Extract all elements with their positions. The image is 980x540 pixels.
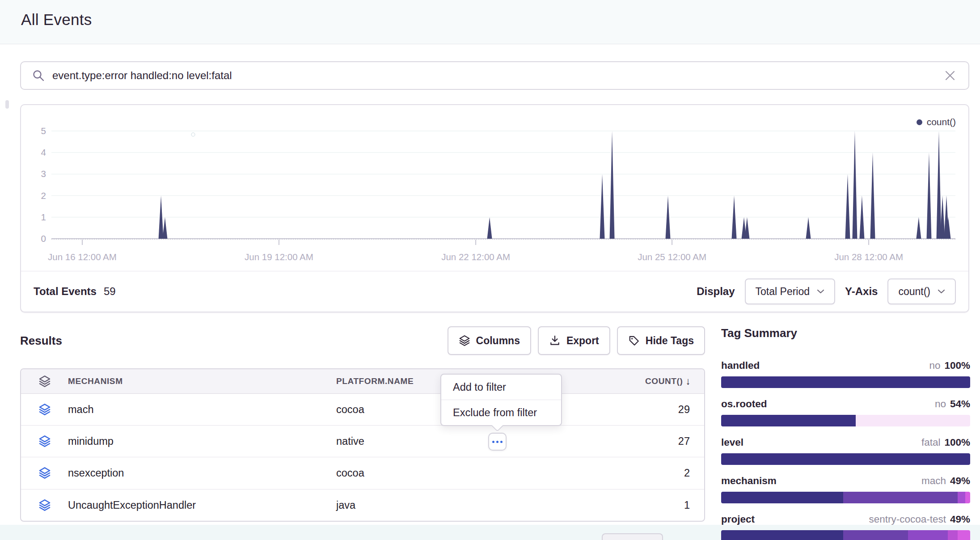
- columns-button[interactable]: Columns: [448, 326, 531, 355]
- table-row[interactable]: mach cocoa 29: [21, 394, 704, 426]
- tag-bar-segment[interactable]: [721, 376, 970, 388]
- cell-platform: java: [336, 499, 606, 511]
- table-row[interactable]: UncaughtExceptionHandler java 1: [21, 489, 704, 521]
- svg-text:Jun 19 12:00 AM: Jun 19 12:00 AM: [245, 252, 313, 262]
- tag-bar-segment[interactable]: [843, 492, 958, 503]
- tag-summary-panel: Tag Summary handled no 100% os.rooted no…: [721, 326, 970, 540]
- tag-name: mechanism: [721, 475, 777, 487]
- cell-platform: cocoa: [336, 467, 606, 479]
- total-events-label: Total Events: [34, 285, 97, 298]
- cell-actions-button[interactable]: [488, 433, 507, 451]
- tag-bar-segment[interactable]: [721, 530, 843, 540]
- cell-mechanism: minidump: [68, 435, 336, 447]
- table-row[interactable]: minidump native 27: [21, 426, 704, 457]
- total-events-value: 59: [104, 285, 116, 298]
- chevron-down-icon: [817, 289, 824, 294]
- display-dropdown[interactable]: Total Period: [745, 278, 835, 304]
- legend-swatch: [917, 119, 922, 125]
- tag-group-mechanism: mechanism mach 49%: [721, 475, 970, 503]
- hide-tags-button-label: Hide Tags: [646, 335, 694, 347]
- tag-name: project: [721, 514, 755, 525]
- row-layers-icon[interactable]: [21, 403, 68, 416]
- export-button[interactable]: Export: [538, 326, 610, 355]
- export-button-label: Export: [566, 335, 599, 347]
- tag-bar-segment[interactable]: [843, 530, 908, 540]
- chart-spike: [806, 217, 811, 239]
- tag-bar-segment[interactable]: [856, 415, 970, 426]
- svg-text:0: 0: [41, 233, 46, 244]
- columns-button-label: Columns: [476, 335, 520, 347]
- column-header-mechanism[interactable]: MECHANISM: [68, 376, 336, 386]
- chart-spike: [936, 131, 941, 239]
- tag-distribution-bar[interactable]: [721, 415, 970, 426]
- pagination-button-partial[interactable]: [602, 533, 663, 540]
- tag-top-value: no: [929, 360, 940, 371]
- table-header-row: MECHANISM PLATFORM.NAME COUNT() ↓: [21, 369, 704, 394]
- page-header: All Events: [0, 0, 980, 44]
- column-header-count[interactable]: COUNT() ↓: [606, 375, 704, 387]
- tag-bar-segment[interactable]: [958, 492, 965, 503]
- chevron-down-icon: [938, 289, 945, 294]
- tag-bar-segment[interactable]: [908, 530, 948, 540]
- ellipsis-icon: [496, 441, 498, 443]
- events-time-series-chart: 012345Jun 16 12:00 AMJun 19 12:00 AMJun …: [21, 105, 968, 271]
- tag-bar-segment[interactable]: [958, 530, 970, 540]
- tag-distribution-bar[interactable]: [721, 530, 970, 540]
- header-layers-icon[interactable]: [21, 375, 68, 388]
- ellipsis-icon: [492, 441, 494, 443]
- drag-handle[interactable]: [5, 100, 9, 109]
- chart-spike: [487, 217, 492, 239]
- svg-text:1: 1: [41, 212, 46, 222]
- tag-name: handled: [721, 360, 760, 371]
- results-table: MECHANISM PLATFORM.NAME COUNT() ↓ mach c…: [20, 368, 705, 522]
- tag-bar-segment[interactable]: [948, 530, 958, 540]
- tag-group-project: project sentry-cocoa-test 49%: [721, 514, 970, 540]
- row-layers-icon[interactable]: [21, 499, 68, 511]
- tag-distribution-bar[interactable]: [721, 376, 970, 388]
- tag-bar-segment[interactable]: [721, 415, 856, 426]
- tag-icon: [628, 335, 640, 346]
- cell-mechanism: UncaughtExceptionHandler: [68, 499, 336, 511]
- chart-spike: [600, 174, 605, 239]
- tag-name: os.rooted: [721, 398, 767, 410]
- chart-spike: [852, 131, 857, 239]
- yaxis-label: Y-Axis: [845, 285, 878, 298]
- cell-actions-menu: Add to filter Exclude from filter: [440, 374, 562, 426]
- svg-text:2: 2: [41, 190, 46, 201]
- table-row[interactable]: nsexception cocoa 2: [21, 457, 704, 489]
- chart-artifact-dot: [191, 133, 195, 136]
- tag-bar-segment[interactable]: [965, 492, 970, 503]
- search-bar[interactable]: event.type:error handled:no level:fatal: [20, 61, 969, 90]
- row-layers-icon[interactable]: [21, 467, 68, 479]
- cell-count: 2: [606, 467, 704, 479]
- sort-descending-icon: ↓: [685, 375, 691, 387]
- tag-summary-heading: Tag Summary: [721, 326, 970, 340]
- results-heading: Results: [20, 334, 62, 348]
- tag-bar-segment[interactable]: [721, 492, 843, 503]
- svg-text:5: 5: [41, 126, 46, 136]
- menu-item-add-to-filter[interactable]: Add to filter: [441, 375, 561, 400]
- tag-group-os-rooted: os.rooted no 54%: [721, 398, 970, 426]
- menu-item-exclude-from-filter[interactable]: Exclude from filter: [441, 400, 561, 425]
- cell-count: 27: [606, 435, 704, 447]
- tag-top-percent: 100%: [944, 437, 970, 448]
- svg-text:4: 4: [41, 147, 46, 157]
- yaxis-dropdown[interactable]: count(): [887, 278, 956, 304]
- svg-text:Jun 16 12:00 AM: Jun 16 12:00 AM: [48, 252, 117, 262]
- display-label: Display: [697, 285, 735, 298]
- tag-top-percent: 49%: [950, 475, 970, 487]
- search-input[interactable]: event.type:error handled:no level:fatal: [52, 69, 942, 82]
- hide-tags-button[interactable]: Hide Tags: [617, 326, 705, 355]
- cell-count: 29: [606, 404, 704, 416]
- chart-spike: [162, 217, 167, 239]
- tag-distribution-bar[interactable]: [721, 492, 970, 503]
- chart-legend[interactable]: count(): [917, 117, 956, 127]
- row-layers-icon[interactable]: [21, 435, 68, 447]
- cell-platform: native: [336, 435, 606, 447]
- yaxis-dropdown-value: count(): [898, 286, 930, 298]
- tag-bar-segment[interactable]: [721, 453, 970, 465]
- clear-search-icon[interactable]: [942, 68, 958, 83]
- tag-distribution-bar[interactable]: [721, 453, 970, 465]
- chart-spike: [610, 131, 615, 239]
- cell-count: 1: [606, 499, 704, 511]
